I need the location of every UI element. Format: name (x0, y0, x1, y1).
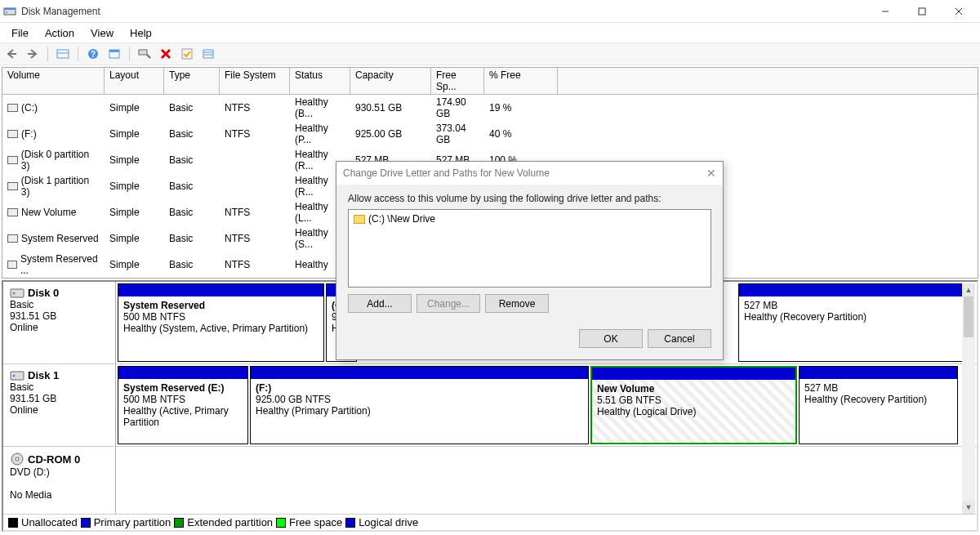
column-header[interactable]: % Free (484, 68, 558, 95)
svg-text:?: ? (91, 50, 96, 59)
toolbar: ? (0, 42, 980, 65)
disk-icon (10, 370, 24, 381)
close-button[interactable] (940, 1, 977, 22)
menu-view[interactable]: View (84, 25, 120, 41)
svg-rect-19 (182, 49, 192, 59)
window-title: Disk Management (21, 6, 866, 17)
app-icon (3, 5, 16, 18)
maximize-button[interactable] (903, 1, 940, 22)
legend-swatch (81, 518, 91, 528)
cancel-button[interactable]: Cancel (648, 329, 711, 348)
ok-button[interactable]: OK (579, 329, 643, 348)
svg-rect-15 (139, 50, 147, 55)
menubar: File Action View Help (0, 23, 980, 42)
legend-swatch (276, 518, 286, 528)
disk-info[interactable]: CD-ROM 0DVD (D:)No Media (3, 447, 116, 516)
help-button[interactable]: ? (85, 46, 101, 62)
forward-button[interactable] (24, 46, 41, 62)
svg-point-28 (16, 457, 19, 461)
svg-rect-14 (109, 50, 119, 52)
delete-button[interactable] (158, 46, 174, 62)
scroll-up-icon[interactable]: ▲ (962, 283, 975, 296)
vertical-scrollbar[interactable]: ▲ ▼ (962, 283, 975, 514)
svg-rect-23 (11, 289, 24, 297)
legend-label: Free space (289, 516, 342, 528)
view-button[interactable] (55, 46, 71, 62)
drive-icon (7, 208, 18, 216)
search-button[interactable] (136, 46, 153, 62)
disk-icon (10, 288, 24, 299)
path-text: (C:) \New Drive (368, 213, 435, 225)
legend-swatch (345, 518, 355, 528)
disk-layout: System Reserved (E:)500 MB NTFSHealthy (… (116, 364, 977, 446)
column-header[interactable]: Layout (105, 68, 164, 95)
dialog-close-button[interactable]: ✕ (706, 167, 716, 180)
svg-rect-9 (57, 50, 69, 58)
partition[interactable]: (F:)925.00 GB NTFSHealthy (Primary Parti… (250, 366, 589, 444)
disk-info[interactable]: Disk 1Basic931.51 GBOnline (3, 364, 116, 446)
back-button[interactable] (3, 46, 20, 62)
svg-rect-4 (919, 8, 925, 15)
menu-action[interactable]: Action (38, 25, 81, 41)
dialog-instruction: Allow access to this volume by using the… (348, 193, 711, 204)
partition[interactable]: 527 MBHealthy (Recovery Partition) (738, 283, 975, 362)
partition[interactable]: System Reserved500 MB NTFSHealthy (Syste… (118, 283, 324, 362)
column-header[interactable]: File System (220, 68, 290, 95)
add-button[interactable]: Add... (348, 294, 412, 313)
svg-line-16 (147, 55, 150, 58)
volume-row[interactable]: (F:)SimpleBasicNTFSHealthy (P...925.00 G… (2, 121, 978, 147)
volume-row[interactable]: (C:)SimpleBasicNTFSHealthy (B...930.51 G… (2, 95, 978, 121)
properties-button[interactable] (179, 46, 195, 62)
svg-point-24 (13, 292, 16, 294)
scroll-thumb[interactable] (964, 296, 973, 337)
path-listbox[interactable]: (C:) \New Drive (348, 209, 711, 288)
disk-row: Disk 1Basic931.51 GBOnlineSystem Reserve… (3, 364, 977, 447)
svg-rect-25 (11, 372, 24, 380)
change-button[interactable]: Change... (416, 294, 480, 313)
legend-label: Primary partition (94, 516, 172, 528)
remove-button[interactable]: Remove (485, 294, 549, 313)
dialog-titlebar: Change Drive Letter and Paths for New Vo… (336, 162, 723, 185)
menu-file[interactable]: File (5, 25, 35, 41)
disk-icon (10, 452, 24, 466)
dialog-title: Change Drive Letter and Paths for New Vo… (343, 167, 550, 179)
column-header[interactable]: Type (164, 68, 220, 95)
menu-help[interactable]: Help (123, 25, 158, 41)
minimize-button[interactable] (866, 1, 903, 22)
column-header[interactable]: Volume (2, 68, 105, 95)
scroll-down-icon[interactable]: ▼ (962, 501, 975, 514)
legend-swatch (8, 518, 18, 528)
legend-swatch (174, 518, 184, 528)
titlebar: Disk Management (0, 0, 980, 23)
list-button[interactable] (200, 46, 216, 62)
drive-icon (7, 182, 18, 190)
drive-icon (7, 156, 18, 164)
svg-point-2 (6, 11, 7, 13)
svg-rect-1 (4, 8, 16, 10)
drive-icon (7, 234, 18, 243)
change-drive-letter-dialog: Change Drive Letter and Paths for New Vo… (336, 161, 724, 360)
legend-label: Extended partition (187, 516, 273, 528)
column-header[interactable]: Status (290, 68, 350, 95)
legend: Unallocated Primary partition Extended p… (3, 514, 977, 530)
partition[interactable]: System Reserved (E:)500 MB NTFSHealthy (… (118, 366, 248, 444)
partition[interactable]: New Volume5.51 GB NTFSHealthy (Logical D… (590, 366, 797, 444)
legend-label: Unallocated (21, 516, 78, 528)
legend-label: Logical drive (359, 516, 418, 528)
refresh-button[interactable] (106, 46, 122, 62)
partition[interactable]: 527 MBHealthy (Recovery Partition) (799, 366, 958, 444)
svg-point-26 (13, 374, 16, 377)
disk-info[interactable]: Disk 0Basic931.51 GBOnline (3, 282, 116, 363)
column-header[interactable]: Capacity (350, 68, 431, 95)
path-list-item[interactable]: (C:) \New Drive (354, 213, 706, 225)
drive-icon (7, 104, 18, 112)
svg-rect-20 (203, 50, 213, 58)
disk-row: CD-ROM 0DVD (D:)No Media (3, 447, 977, 517)
drive-icon (7, 261, 17, 269)
folder-icon (354, 215, 365, 224)
drive-icon (7, 130, 18, 138)
column-header[interactable]: Free Sp... (431, 68, 484, 95)
